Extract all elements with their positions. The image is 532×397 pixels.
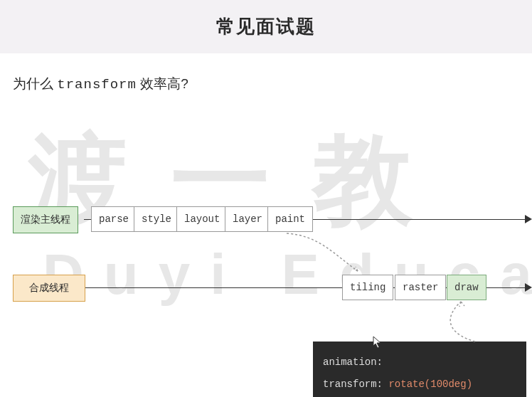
step-paint: paint [267, 206, 313, 232]
step-layout: layout [176, 206, 228, 232]
slide-header: 常见面试题 [0, 0, 532, 53]
dashed-arrow-code-draw [425, 300, 482, 344]
dashed-arrow-paint-tiling [283, 232, 368, 276]
step-tiling: tiling [342, 275, 393, 300]
main-thread-row: 渲染主线程 parse style layout layer paint [13, 206, 532, 238]
comp-arrow-head [525, 283, 532, 292]
question-text: 为什么 transform 效率高? [0, 53, 532, 93]
step-draw: draw [447, 275, 486, 300]
step-layer: layer [225, 206, 270, 232]
slide-title: 常见面试题 [0, 14, 532, 39]
pipeline-diagram: 渲染主线程 parse style layout layer paint 合成线… [13, 206, 532, 343]
question-code: transform [57, 77, 137, 92]
step-parse: parse [91, 206, 137, 232]
step-raster: raster [395, 275, 446, 300]
code-line-1: animation: [323, 351, 516, 374]
compositor-label: 合成线程 [13, 275, 85, 302]
step-style: style [134, 206, 179, 232]
code-line-2: transform: rotate(100deg) [323, 374, 516, 396]
cursor-icon [373, 336, 383, 349]
main-arrow-head [525, 215, 532, 223]
main-thread-label: 渲染主线程 [13, 206, 78, 233]
code-snippet: animation: transform: rotate(100deg) [313, 342, 526, 397]
